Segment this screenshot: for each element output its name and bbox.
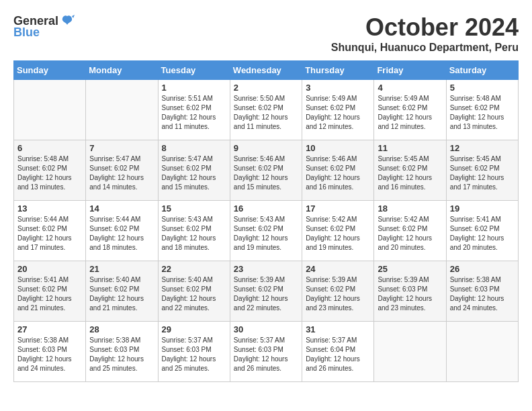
day-number: 1 — [162, 83, 226, 93]
calendar-cell: 21Sunrise: 5:40 AMSunset: 6:02 PMDayligh… — [86, 261, 158, 322]
calendar-cell: 4Sunrise: 5:49 AMSunset: 6:02 PMDaylight… — [374, 80, 446, 140]
day-number: 9 — [234, 143, 298, 153]
calendar-cell: 10Sunrise: 5:46 AMSunset: 6:02 PMDayligh… — [302, 140, 374, 201]
logo-bird-icon — [60, 13, 75, 28]
day-detail: Sunrise: 5:40 AMSunset: 6:02 PMDaylight:… — [162, 275, 226, 313]
day-detail: Sunrise: 5:47 AMSunset: 6:02 PMDaylight:… — [162, 154, 226, 192]
day-detail: Sunrise: 5:37 AMSunset: 6:03 PMDaylight:… — [162, 336, 226, 373]
day-number: 14 — [89, 203, 154, 214]
calendar-cell: 5Sunrise: 5:48 AMSunset: 6:02 PMDaylight… — [446, 80, 518, 140]
day-number: 4 — [378, 83, 442, 93]
calendar-cell: 23Sunrise: 5:39 AMSunset: 6:02 PMDayligh… — [230, 261, 302, 322]
calendar-week-row: 1Sunrise: 5:51 AMSunset: 6:02 PMDaylight… — [14, 80, 519, 140]
calendar-cell: 28Sunrise: 5:38 AMSunset: 6:03 PMDayligh… — [86, 322, 158, 382]
day-detail: Sunrise: 5:40 AMSunset: 6:02 PMDaylight:… — [89, 275, 154, 313]
calendar-cell: 20Sunrise: 5:41 AMSunset: 6:02 PMDayligh… — [14, 261, 86, 322]
day-of-week-tuesday: Tuesday — [158, 61, 230, 80]
calendar-week-row: 27Sunrise: 5:38 AMSunset: 6:03 PMDayligh… — [14, 322, 519, 382]
calendar-cell: 16Sunrise: 5:43 AMSunset: 6:02 PMDayligh… — [230, 201, 302, 261]
day-detail: Sunrise: 5:49 AMSunset: 6:02 PMDaylight:… — [306, 94, 370, 132]
day-number: 15 — [162, 203, 226, 214]
logo-blue-text: Blue — [13, 26, 40, 40]
calendar-cell: 2Sunrise: 5:50 AMSunset: 6:02 PMDaylight… — [230, 80, 302, 140]
day-detail: Sunrise: 5:41 AMSunset: 6:02 PMDaylight:… — [450, 215, 515, 253]
day-detail: Sunrise: 5:42 AMSunset: 6:02 PMDaylight:… — [378, 215, 442, 253]
month-title: October 2024 — [331, 13, 519, 42]
calendar-cell: 30Sunrise: 5:37 AMSunset: 6:03 PMDayligh… — [230, 322, 302, 382]
logo: General Blue — [13, 13, 75, 40]
day-of-week-monday: Monday — [86, 61, 158, 80]
day-detail: Sunrise: 5:49 AMSunset: 6:02 PMDaylight:… — [378, 94, 442, 132]
day-number: 17 — [306, 203, 370, 214]
calendar-cell: 22Sunrise: 5:40 AMSunset: 6:02 PMDayligh… — [158, 261, 230, 322]
day-number: 11 — [378, 143, 442, 153]
day-number: 8 — [162, 143, 226, 153]
day-detail: Sunrise: 5:39 AMSunset: 6:03 PMDaylight:… — [378, 275, 442, 313]
title-area: October 2024 Shunqui, Huanuco Department… — [331, 13, 519, 54]
calendar-cell: 1Sunrise: 5:51 AMSunset: 6:02 PMDaylight… — [158, 80, 230, 140]
calendar-cell: 25Sunrise: 5:39 AMSunset: 6:03 PMDayligh… — [374, 261, 446, 322]
day-detail: Sunrise: 5:42 AMSunset: 6:02 PMDaylight:… — [306, 215, 370, 253]
day-detail: Sunrise: 5:43 AMSunset: 6:02 PMDaylight:… — [234, 215, 298, 253]
day-number: 25 — [378, 264, 442, 274]
calendar-table: SundayMondayTuesdayWednesdayThursdayFrid… — [13, 60, 519, 382]
calendar-cell — [446, 322, 518, 382]
day-detail: Sunrise: 5:41 AMSunset: 6:02 PMDaylight:… — [17, 275, 82, 313]
day-of-week-thursday: Thursday — [302, 61, 374, 80]
calendar-week-row: 13Sunrise: 5:44 AMSunset: 6:02 PMDayligh… — [14, 201, 519, 261]
calendar-week-row: 6Sunrise: 5:48 AMSunset: 6:02 PMDaylight… — [14, 140, 519, 201]
day-number: 29 — [162, 324, 226, 334]
day-number: 23 — [234, 264, 298, 274]
day-detail: Sunrise: 5:39 AMSunset: 6:02 PMDaylight:… — [234, 275, 298, 313]
day-of-week-wednesday: Wednesday — [230, 61, 302, 80]
day-detail: Sunrise: 5:46 AMSunset: 6:02 PMDaylight:… — [234, 154, 298, 192]
day-detail: Sunrise: 5:37 AMSunset: 6:03 PMDaylight:… — [234, 336, 298, 373]
calendar-cell: 11Sunrise: 5:45 AMSunset: 6:02 PMDayligh… — [374, 140, 446, 201]
day-detail: Sunrise: 5:48 AMSunset: 6:02 PMDaylight:… — [450, 94, 515, 132]
day-number: 13 — [17, 203, 82, 214]
day-detail: Sunrise: 5:45 AMSunset: 6:02 PMDaylight:… — [378, 154, 442, 192]
calendar-cell: 14Sunrise: 5:44 AMSunset: 6:02 PMDayligh… — [86, 201, 158, 261]
calendar-cell — [14, 80, 86, 140]
day-detail: Sunrise: 5:50 AMSunset: 6:02 PMDaylight:… — [234, 94, 298, 132]
day-detail: Sunrise: 5:43 AMSunset: 6:02 PMDaylight:… — [162, 215, 226, 253]
day-detail: Sunrise: 5:45 AMSunset: 6:02 PMDaylight:… — [450, 154, 515, 192]
day-of-week-saturday: Saturday — [446, 61, 518, 80]
calendar-week-row: 20Sunrise: 5:41 AMSunset: 6:02 PMDayligh… — [14, 261, 519, 322]
day-detail: Sunrise: 5:44 AMSunset: 6:02 PMDaylight:… — [89, 215, 154, 253]
calendar-header-row: SundayMondayTuesdayWednesdayThursdayFrid… — [14, 61, 519, 80]
day-number: 10 — [306, 143, 370, 153]
day-number: 26 — [450, 264, 515, 274]
day-number: 12 — [450, 143, 515, 153]
day-detail: Sunrise: 5:38 AMSunset: 6:03 PMDaylight:… — [17, 336, 82, 373]
day-detail: Sunrise: 5:39 AMSunset: 6:02 PMDaylight:… — [306, 275, 370, 313]
calendar-cell — [374, 322, 446, 382]
day-detail: Sunrise: 5:48 AMSunset: 6:02 PMDaylight:… — [17, 154, 82, 192]
day-detail: Sunrise: 5:44 AMSunset: 6:02 PMDaylight:… — [17, 215, 82, 253]
calendar-cell: 15Sunrise: 5:43 AMSunset: 6:02 PMDayligh… — [158, 201, 230, 261]
calendar-cell: 13Sunrise: 5:44 AMSunset: 6:02 PMDayligh… — [14, 201, 86, 261]
day-number: 28 — [89, 324, 154, 334]
calendar-cell: 26Sunrise: 5:38 AMSunset: 6:03 PMDayligh… — [446, 261, 518, 322]
day-number: 27 — [17, 324, 82, 334]
calendar-cell: 27Sunrise: 5:38 AMSunset: 6:03 PMDayligh… — [14, 322, 86, 382]
calendar-cell: 18Sunrise: 5:42 AMSunset: 6:02 PMDayligh… — [374, 201, 446, 261]
day-number: 21 — [89, 264, 154, 274]
calendar-cell: 6Sunrise: 5:48 AMSunset: 6:02 PMDaylight… — [14, 140, 86, 201]
page-header: General Blue October 2024 Shunqui, Huanu… — [13, 13, 519, 54]
calendar-cell — [86, 80, 158, 140]
calendar-cell: 9Sunrise: 5:46 AMSunset: 6:02 PMDaylight… — [230, 140, 302, 201]
day-of-week-friday: Friday — [374, 61, 446, 80]
calendar-cell: 7Sunrise: 5:47 AMSunset: 6:02 PMDaylight… — [86, 140, 158, 201]
day-number: 18 — [378, 203, 442, 214]
calendar-cell: 3Sunrise: 5:49 AMSunset: 6:02 PMDaylight… — [302, 80, 374, 140]
day-number: 3 — [306, 83, 370, 93]
day-detail: Sunrise: 5:51 AMSunset: 6:02 PMDaylight:… — [162, 94, 226, 132]
day-number: 24 — [306, 264, 370, 274]
location-subtitle: Shunqui, Huanuco Department, Peru — [331, 42, 519, 54]
day-number: 19 — [450, 203, 515, 214]
day-detail: Sunrise: 5:38 AMSunset: 6:03 PMDaylight:… — [450, 275, 515, 313]
day-detail: Sunrise: 5:38 AMSunset: 6:03 PMDaylight:… — [89, 336, 154, 373]
day-number: 2 — [234, 83, 298, 93]
calendar-cell: 31Sunrise: 5:37 AMSunset: 6:04 PMDayligh… — [302, 322, 374, 382]
